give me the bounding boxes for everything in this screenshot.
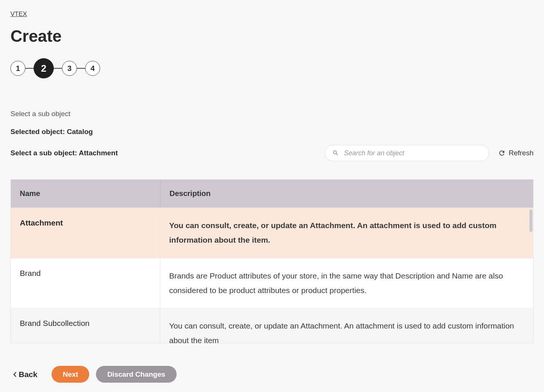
scrollbar[interactable] — [529, 209, 532, 232]
row-name: Attachment — [11, 208, 160, 258]
table-row[interactable]: Brand Brands are Product attributes of y… — [11, 258, 533, 308]
back-label: Back — [19, 370, 37, 379]
step-connector — [54, 68, 62, 69]
row-name: Brand Subcollection — [11, 308, 160, 343]
stepper: 1 2 3 4 — [10, 58, 534, 78]
step-1[interactable]: 1 — [10, 61, 25, 76]
refresh-label: Refresh — [509, 149, 534, 157]
search-icon — [332, 150, 339, 156]
table-row[interactable]: Attachment You can consult, create, or u… — [11, 208, 533, 258]
header-name: Name — [11, 189, 160, 198]
next-button[interactable]: Next — [52, 366, 89, 383]
page-title: Create — [10, 27, 534, 46]
row-description: You can consult, create, or update an At… — [160, 208, 533, 258]
chevron-left-icon — [13, 372, 16, 377]
back-button[interactable]: Back — [13, 370, 37, 379]
step-3[interactable]: 3 — [62, 61, 77, 76]
table-header: Name Description — [11, 180, 533, 208]
step-2[interactable]: 2 — [34, 58, 54, 78]
instruction-text: Select a sub object — [10, 110, 534, 118]
search-input[interactable] — [325, 145, 489, 161]
row-name: Brand — [11, 258, 160, 308]
footer: Back Next Discard Changes — [10, 366, 534, 383]
search-wrap — [325, 145, 489, 161]
step-connector — [77, 68, 85, 69]
sub-object-table: Name Description Attachment You can cons… — [10, 179, 534, 343]
table-row[interactable]: Brand Subcollection You can consult, cre… — [11, 308, 533, 343]
breadcrumb-vtex[interactable]: VTEX — [10, 10, 27, 18]
header-description: Description — [160, 180, 533, 208]
row-description: Brands are Product attributes of your st… — [160, 258, 533, 308]
refresh-button[interactable]: Refresh — [498, 149, 534, 157]
row-description: You can consult, create, or update an At… — [160, 308, 533, 343]
step-connector — [25, 68, 34, 69]
discard-button[interactable]: Discard Changes — [96, 366, 176, 383]
step-4[interactable]: 4 — [85, 61, 100, 76]
selected-object-label: Selected object: Catalog — [10, 128, 534, 136]
sub-object-label: Select a sub object: Attachment — [10, 149, 118, 157]
refresh-icon — [498, 149, 506, 157]
